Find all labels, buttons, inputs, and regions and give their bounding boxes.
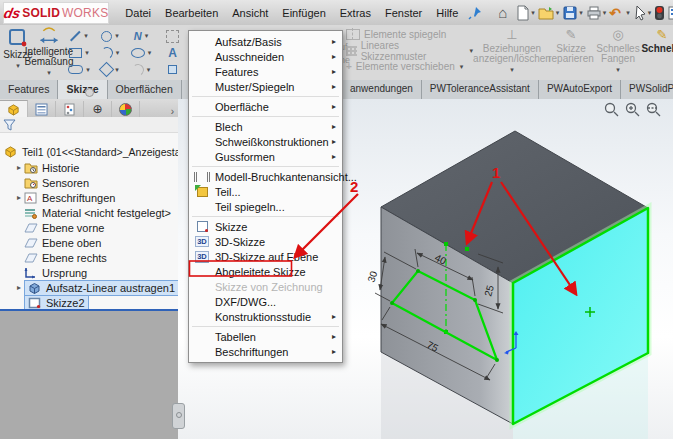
menu-item-schweisskonstruktionen[interactable]: Schweißkonstruktionen▸	[189, 134, 342, 149]
circle-tool-button[interactable]: ▾	[95, 28, 126, 45]
expand-arrow-icon[interactable]: ▸	[14, 163, 24, 172]
menu-item-ausschneiden[interactable]: Ausschneiden▸	[189, 49, 342, 64]
panel-collapse-handle[interactable]	[85, 88, 94, 97]
sketch-3d-on-plane-icon: 3D	[194, 250, 210, 263]
repair-sketch-button[interactable]: ✎ Skizzereparieren	[548, 27, 594, 77]
rapid-sketch-button[interactable]: ✎ Schnells	[642, 27, 673, 77]
point-tool-button[interactable]	[157, 61, 188, 78]
tab-oberflaechen[interactable]: Oberflächen	[108, 80, 182, 99]
save-button[interactable]: ▾	[561, 5, 585, 21]
annotations-icon: A	[24, 192, 37, 204]
sketch-picture-button[interactable]	[157, 28, 188, 45]
text-tool-button[interactable]: A	[157, 45, 188, 62]
save-caret-icon[interactable]: ▾	[579, 9, 583, 17]
quick-snaps-button[interactable]: ◎ SchnellesFangen ▾	[596, 27, 640, 77]
tree-filter-row[interactable]	[0, 117, 178, 133]
tab-pwautoexport[interactable]: PWAutoExport	[539, 80, 621, 99]
tree-item-beschriftungen[interactable]: ▸ A Beschriftungen	[0, 190, 176, 205]
new-document-button[interactable]: ▾	[515, 5, 537, 21]
home-button[interactable]: ⌂	[497, 5, 515, 21]
pin-menubar-icon[interactable]	[467, 5, 483, 21]
menu-item-skizze[interactable]: Skizze	[189, 219, 342, 234]
menu-bearbeiten[interactable]: Bearbeiten	[158, 2, 225, 24]
tree-item-ursprung[interactable]: Ursprung	[0, 265, 176, 280]
open-caret-icon[interactable]: ▾	[556, 9, 560, 17]
panel-tabs-chevron-icon[interactable]: ›	[171, 106, 174, 117]
tree-item-ebene-oben[interactable]: Ebene oben	[0, 235, 176, 250]
menu-item-aufsatz-basis[interactable]: Aufsatz/Basis▸	[189, 34, 342, 49]
open-document-button[interactable]: ▾	[537, 5, 562, 21]
menu-item-beschriftungen[interactable]: Beschriftungen▸	[189, 344, 342, 359]
menu-ansicht[interactable]: Ansicht	[225, 2, 275, 24]
line-tool-button[interactable]: ▾	[64, 28, 95, 45]
menu-item-dxf-dwg[interactable]: DXF/DWG...	[189, 294, 342, 309]
smart-dimension-big-button[interactable]: Intelligente Bemaßung ▾	[34, 27, 64, 77]
smart-dimension-caret-icon[interactable]: ▾	[47, 69, 51, 77]
undo-button[interactable]: ↶ ▾	[608, 5, 632, 21]
menu-einfuegen[interactable]: Einfügen	[275, 2, 332, 24]
menu-item-abgeleitete-skizze[interactable]: Abgeleitete Skizze	[189, 264, 342, 279]
addin-tabs: anwendungen PWToleranceAssistant PWAutoE…	[342, 80, 673, 99]
move-entities-button[interactable]: +Elemente verschieben▾	[346, 60, 474, 73]
sketch-caret-icon[interactable]: ▾	[16, 62, 20, 70]
slot-tool-button[interactable]: ▾	[64, 61, 95, 78]
tab-skizze[interactable]: Skizze	[58, 80, 107, 99]
featuremanager-tab[interactable]	[0, 100, 28, 117]
print-button[interactable]: ▾	[585, 5, 609, 21]
menu-item-3d-skizze-auf-ebene[interactable]: 3D3D-Skizze auf Ebene	[189, 249, 342, 264]
menu-item-teil[interactable]: Teil...	[189, 184, 342, 199]
menu-item-3d-skizze[interactable]: 3D3D-Skizze	[189, 234, 342, 249]
tab-anwendungen[interactable]: anwendungen	[342, 80, 422, 99]
tree-item-skizze2[interactable]: Skizze2	[0, 295, 176, 310]
tree-item-aufsatz-linear-austragen1[interactable]: ▸ Aufsatz-Linear austragen1	[0, 280, 176, 295]
expand-arrow-icon[interactable]: ▸	[14, 283, 24, 292]
dimxpertmanager-tab[interactable]: ⊕	[84, 101, 112, 117]
menu-item-muster-spiegeln[interactable]: Muster/Spiegeln▸	[189, 79, 342, 94]
heads-up-view-toolbar[interactable]	[606, 104, 661, 117]
new-document-caret-icon[interactable]: ▾	[531, 9, 535, 17]
tree-item-historie[interactable]: ▸ Historie	[0, 160, 176, 175]
fillet-icon	[131, 63, 145, 77]
select-caret-icon[interactable]: ▾	[648, 9, 652, 17]
expand-arrow-icon[interactable]: ▸	[14, 193, 24, 202]
tab-pwsolidplusmanager[interactable]: PWSolidPlusManager	[621, 80, 673, 99]
propertymanager-tab[interactable]	[28, 101, 56, 117]
menu-item-features[interactable]: Features▸	[189, 64, 342, 79]
circle-icon	[101, 31, 112, 42]
menu-extras[interactable]: Extras	[333, 2, 378, 24]
menu-item-blech[interactable]: Blech▸	[189, 119, 342, 134]
linear-sketch-pattern-button[interactable]: Lineares Skizzenmuster▾	[346, 44, 474, 57]
tree-item-ebene-vorne[interactable]: Ebene vorne	[0, 220, 176, 235]
menu-item-teil-spiegeln[interactable]: Teil spiegeln...	[189, 199, 342, 214]
rebuild-traffic-light-icon[interactable]	[653, 5, 666, 21]
options-list-button[interactable]	[666, 5, 673, 21]
fillet-tool-button[interactable]: ▾	[126, 61, 157, 78]
select-cursor-button[interactable]: ▾	[632, 5, 654, 21]
menu-datei[interactable]: Datei	[118, 2, 158, 24]
tab-features[interactable]: Features	[0, 80, 58, 99]
panel-splitter-handle[interactable]	[172, 403, 185, 429]
selected-feature[interactable]: Aufsatz-Linear austragen1	[24, 280, 179, 296]
tree-item-sensoren[interactable]: Sensoren	[0, 175, 176, 190]
ellipse-tool-button[interactable]: ▾	[126, 45, 157, 62]
print-caret-icon[interactable]: ▾	[603, 9, 607, 17]
menu-item-modell-bruchkantenansicht[interactable]: Modell-Bruchkantenansicht...	[189, 169, 342, 184]
tree-item-ebene-rechts[interactable]: Ebene rechts	[0, 250, 176, 265]
spline-tool-button[interactable]: N▾	[126, 28, 157, 45]
polygon-tool-button[interactable]: ▾	[95, 61, 126, 78]
tree-item-material[interactable]: Material <nicht festgelegt>	[0, 205, 176, 220]
menu-hilfe[interactable]: Hilfe	[429, 2, 465, 24]
tree-root-part[interactable]: Teil1 (01<<Standard>_Anzeigestatus 1>)	[0, 144, 176, 159]
menu-fenster[interactable]: Fenster	[378, 2, 429, 24]
tab-pwtoleranceassistant[interactable]: PWToleranceAssistant	[422, 80, 539, 99]
menu-item-konstruktionsstudie[interactable]: Konstruktionsstudie▸	[189, 309, 342, 324]
display-relations-button[interactable]: ⊥ Beziehungenanzeigen/löschen ▾	[480, 27, 544, 77]
displaymanager-tab[interactable]	[112, 101, 140, 117]
rectangle-tool-button[interactable]: ▾	[64, 45, 95, 62]
menu-item-tabellen[interactable]: Tabellen▸	[189, 329, 342, 344]
configurationmanager-tab[interactable]	[56, 101, 84, 117]
menu-item-gussformen[interactable]: Gussformen▸	[189, 149, 342, 164]
undo-caret-icon[interactable]: ▾	[626, 9, 630, 17]
arc-tool-button[interactable]: ▾	[95, 45, 126, 62]
menu-item-oberflaeche[interactable]: Oberfläche▸	[189, 99, 342, 114]
